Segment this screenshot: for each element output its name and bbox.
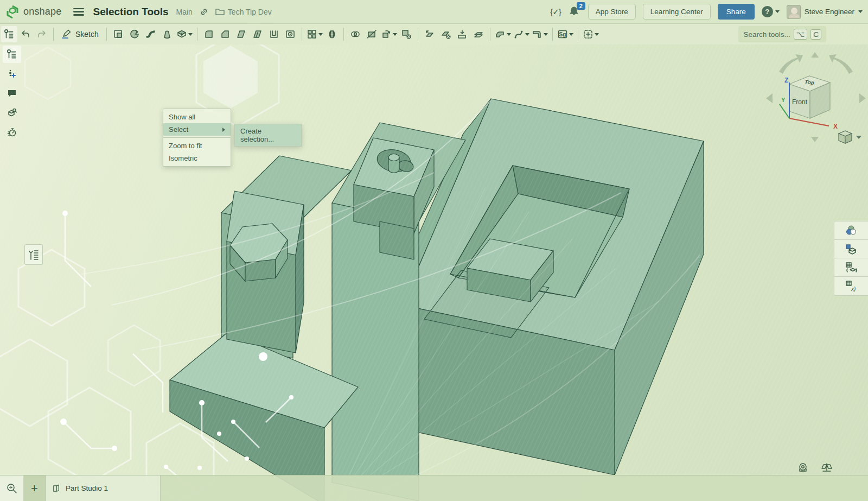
cube-search-icon [7, 107, 17, 118]
tool-hole[interactable] [282, 26, 298, 42]
context-menu: Show all Select Zoom to fit Isometric [163, 109, 231, 167]
thicken-icon [176, 29, 187, 40]
replace-face-icon [457, 29, 468, 40]
tool-offset-surface[interactable] [470, 26, 487, 42]
rotate-right-arrow [859, 93, 866, 103]
curve-icon [513, 29, 524, 40]
chevron-down-icon [856, 136, 861, 139]
feature-list-icon [6, 48, 18, 60]
onshape-logo-icon [5, 5, 20, 19]
tool-boolean[interactable] [347, 26, 363, 42]
svg-text:x): x) [851, 286, 856, 292]
sketch-button[interactable]: Sketch [57, 29, 103, 40]
sidebar-feature-list-button[interactable] [3, 46, 21, 63]
z-axis-label: Z [784, 77, 788, 84]
tool-rib[interactable] [250, 26, 266, 42]
document-title: Selection Tools [93, 6, 168, 18]
user-name: Steve Engineer [805, 8, 854, 16]
breadcrumb[interactable]: Tech Tip Dev [215, 8, 272, 16]
undo-button[interactable] [17, 26, 34, 42]
tool-sheet-metal[interactable] [531, 26, 549, 42]
add-tab-button[interactable]: + [24, 475, 46, 501]
spin-right-arrow [829, 54, 853, 74]
avatar [787, 5, 801, 19]
tool-fillet[interactable] [201, 26, 217, 42]
tool-transform[interactable] [380, 26, 398, 42]
menu-item-zoom-to-fit[interactable]: Zoom to fit [163, 139, 231, 152]
tool-draft[interactable] [233, 26, 250, 42]
tool-selection-tools[interactable] [582, 26, 600, 42]
feature-toolbar: Sketch Sg [0, 24, 868, 45]
display-states-button[interactable] [834, 240, 868, 258]
version-link-icon[interactable] [199, 7, 209, 17]
draft-icon [236, 29, 247, 40]
menu-item-create-selection[interactable]: Create selection... [235, 124, 301, 146]
configurations-button[interactable] [834, 258, 868, 277]
notifications-button[interactable]: 2 [568, 5, 581, 18]
toolbar-search[interactable]: Search tools... ⌥ C [738, 26, 826, 42]
sidebar-insert-button[interactable] [3, 65, 21, 83]
tool-mirror[interactable] [324, 26, 340, 42]
tool-split[interactable] [363, 26, 380, 42]
measure-tools [796, 462, 833, 474]
onshape-logo[interactable]: onshape [5, 5, 61, 19]
shell-icon [269, 29, 279, 40]
branch-label[interactable]: Main [176, 8, 192, 16]
feature-script-icon[interactable]: {✓} [550, 7, 561, 17]
configured-variables-button[interactable]: x) [834, 277, 868, 295]
feature-tree-flyout[interactable] [24, 244, 43, 265]
mirror-icon [327, 29, 337, 40]
left-sidebar [0, 45, 24, 141]
sidebar-isolate-button[interactable] [3, 104, 21, 122]
tool-delete-face[interactable] [438, 26, 454, 42]
tool-surface[interactable] [494, 26, 512, 42]
redo-icon [36, 29, 47, 40]
tool-revolve[interactable] [126, 26, 143, 42]
feature-list-toggle-button[interactable] [1, 26, 17, 42]
sidebar-performance-button[interactable] [3, 124, 21, 141]
main-menu-button[interactable] [73, 8, 84, 16]
sidebar-comment-button[interactable] [3, 85, 21, 102]
share-button[interactable]: Share [718, 4, 755, 20]
redo-button[interactable] [34, 26, 50, 42]
model-canvas[interactable]: Top Front Z Y X [0, 0, 868, 501]
view-options-button[interactable] [839, 131, 861, 143]
view-cube[interactable]: Top Front Z Y X [766, 52, 866, 143]
tree-expand-icon [28, 248, 40, 261]
stopwatch-icon [7, 127, 17, 138]
right-panel: x) [834, 221, 868, 296]
app-store-button[interactable]: App Store [588, 4, 636, 20]
tool-replace-face[interactable] [454, 26, 470, 42]
delete-part-icon [401, 29, 412, 40]
learning-center-button[interactable]: Learning Center [643, 4, 711, 20]
spin-left-arrow [779, 54, 803, 74]
tool-loft[interactable] [159, 26, 175, 42]
chevron-down-icon [318, 33, 323, 36]
render-options-button[interactable] [834, 221, 868, 240]
tool-linear-pattern[interactable] [305, 26, 324, 42]
svg-text:Sg: Sg [559, 31, 566, 37]
tool-move-face[interactable] [422, 26, 438, 42]
search-tabs-button[interactable] [0, 475, 24, 501]
tape-measure-icon[interactable] [796, 462, 809, 474]
tool-selection-group[interactable]: Sg [556, 26, 575, 42]
user-menu[interactable]: Steve Engineer [787, 5, 863, 19]
chevron-down-icon [775, 10, 780, 13]
tool-curve[interactable] [512, 26, 531, 42]
tool-extrude[interactable] [110, 26, 126, 42]
menu-item-show-all[interactable]: Show all [163, 111, 231, 123]
pencil-icon [61, 29, 72, 40]
menu-item-isometric[interactable]: Isometric [163, 152, 231, 164]
tool-thicken[interactable] [175, 26, 194, 42]
tool-chamfer[interactable] [217, 26, 233, 42]
revolve-icon [129, 29, 140, 40]
shortcut-alt-key: ⌥ [794, 29, 808, 40]
tab-part-studio[interactable]: Part Studio 1 [46, 475, 161, 501]
tool-delete-part[interactable] [398, 26, 414, 42]
submenu-arrow-icon [222, 128, 225, 132]
tool-shell[interactable] [266, 26, 282, 42]
help-menu[interactable]: ? [762, 6, 780, 17]
menu-item-select[interactable]: Select [163, 123, 231, 136]
tool-sweep[interactable] [143, 26, 159, 42]
mass-properties-icon[interactable] [820, 462, 833, 474]
